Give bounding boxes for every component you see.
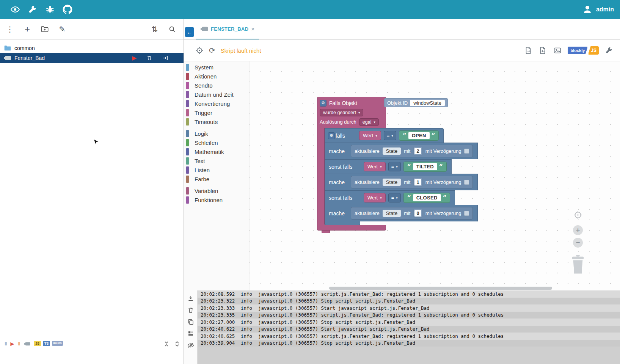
expand-panel-icon[interactable]: [174, 340, 181, 347]
toolbox-category-datum-und-zeit[interactable]: Datum und Zeit: [184, 90, 249, 99]
log-columns-icon[interactable]: [187, 330, 194, 337]
operator-dropdown[interactable]: =▾: [388, 193, 401, 202]
tab-fenster-bad[interactable]: FENSTER_BAD ×: [196, 19, 259, 39]
blockly-workspace[interactable]: SystemAktionenSendtoDatum und ZeitKonver…: [184, 61, 620, 290]
filter-paused-icon[interactable]: ‖: [5, 340, 7, 347]
blockly-do-row[interactable]: macheaktualisiereStatemit1mit Verzögerun…: [325, 174, 478, 190]
github-icon[interactable]: [63, 5, 72, 14]
copy-log-icon[interactable]: [187, 318, 194, 325]
filter-ts-badge[interactable]: TS: [43, 341, 50, 346]
search-icon[interactable]: [168, 25, 176, 33]
string-field[interactable]: TILTED: [413, 163, 437, 170]
zoom-out-button[interactable]: −: [573, 238, 583, 248]
trigger-block-falls-objekt[interactable]: ⚙ Falls Objekt wurde geändert ▾ Auslösun…: [317, 97, 386, 128]
toolbox-category-system[interactable]: System: [184, 63, 249, 72]
zoom-reset-icon[interactable]: [573, 210, 583, 220]
number-field[interactable]: 2: [414, 148, 421, 154]
folder-item-common[interactable]: common: [0, 43, 184, 53]
state-id-field[interactable]: State: [383, 147, 401, 155]
string-block[interactable]: “TILTED”: [403, 162, 447, 172]
toolbox-category-logik[interactable]: Logik: [184, 129, 249, 138]
toolbox-category-konvertierung[interactable]: Konvertierung: [184, 99, 249, 108]
blockly-if-row[interactable]: sonst fallsWert▾=▾“TILTED”: [325, 159, 452, 174]
import-blocks-icon[interactable]: [539, 46, 547, 55]
mutator-gear-icon[interactable]: ⚙: [328, 132, 335, 139]
script-item-fenster-bad[interactable]: Fenster_Bad ▶: [0, 53, 184, 63]
trigger-by-dropdown[interactable]: egal ▾: [359, 118, 379, 126]
filter-problem-icon[interactable]: ‖: [17, 340, 20, 347]
tab-close-icon[interactable]: ×: [251, 26, 254, 32]
value-dropdown-block[interactable]: Wert▾: [359, 131, 381, 140]
export-script-icon[interactable]: [162, 55, 168, 61]
download-log-icon[interactable]: [187, 295, 194, 302]
toolbox-category-farbe[interactable]: Farbe: [184, 174, 249, 184]
toolbox-category-text[interactable]: Text: [184, 156, 249, 165]
toolbox-category-aktionen[interactable]: Aktionen: [184, 72, 249, 81]
string-field[interactable]: CLOSED: [413, 194, 441, 201]
number-shadow-block[interactable]: 0: [413, 209, 422, 218]
changed-dropdown[interactable]: wurde geändert ▾: [320, 109, 363, 116]
number-field[interactable]: 1: [414, 179, 421, 185]
menu-kebab-icon[interactable]: ⋮: [6, 25, 14, 33]
restart-script-icon[interactable]: ⟳: [209, 46, 215, 55]
objekt-id-field[interactable]: windowState: [410, 100, 445, 106]
horizontal-scrollbar[interactable]: [329, 287, 552, 290]
operator-dropdown[interactable]: =▾: [384, 131, 396, 140]
mutator-gear-icon[interactable]: ⚙: [320, 100, 326, 107]
if-else-block[interactable]: ⚙fallsWert▾=▾“OPEN”macheaktualisiereStat…: [325, 128, 478, 225]
block-cluster[interactable]: ⚙ Falls Objekt wurde geändert ▾ Auslösun…: [317, 97, 478, 233]
blockly-js-toggle[interactable]: blockly JS: [568, 46, 599, 55]
wrench-icon[interactable]: [28, 5, 38, 14]
run-script-icon[interactable]: ▶: [132, 55, 137, 61]
objekt-id-block[interactable]: Objekt ID windowState: [384, 98, 448, 107]
toolbox-category-trigger[interactable]: Trigger: [184, 108, 249, 117]
blockly-if-row[interactable]: ⚙fallsWert▾=▾“OPEN”: [325, 128, 444, 143]
update-state-block[interactable]: aktualisiereStatemit0mit Verzögerung: [351, 207, 473, 220]
locate-block-icon[interactable]: [195, 46, 204, 55]
filter-running-icon[interactable]: ▶: [10, 340, 14, 347]
export-image-icon[interactable]: [553, 46, 562, 55]
string-block[interactable]: “OPEN”: [399, 130, 439, 141]
delay-checkbox[interactable]: [464, 180, 469, 185]
back-button[interactable]: ←: [185, 27, 194, 37]
add-script-icon[interactable]: +: [23, 25, 31, 33]
bug-icon[interactable]: [45, 5, 55, 14]
toolbox-category-funktionen[interactable]: Funktionen: [184, 195, 249, 204]
add-folder-icon[interactable]: [41, 25, 49, 33]
value-dropdown-block[interactable]: Wert▾: [364, 193, 386, 202]
toolbox-category-variablen[interactable]: Variablen: [184, 186, 249, 195]
number-shadow-block[interactable]: 2: [413, 147, 422, 155]
operator-dropdown[interactable]: =▾: [388, 162, 401, 171]
filter-js-badge[interactable]: JS: [34, 341, 41, 346]
state-id-field[interactable]: State: [383, 210, 401, 217]
blockly-do-row[interactable]: macheaktualisiereStatemit0mit Verzögerun…: [325, 205, 478, 221]
visibility-icon[interactable]: [10, 5, 20, 14]
zoom-in-button[interactable]: +: [573, 225, 583, 235]
toolbox-category-listen[interactable]: Listen: [184, 165, 249, 174]
update-state-block[interactable]: aktualisiereStatemit2mit Verzögerung: [351, 145, 473, 157]
update-state-block[interactable]: aktualisiereStatemit1mit Verzögerung: [351, 176, 473, 188]
toolbox-category-mathematik[interactable]: Mathematik: [184, 147, 249, 156]
filter-rules-badge[interactable]: RULES: [52, 341, 63, 346]
toolbox-category-timeouts[interactable]: Timeouts: [184, 117, 249, 126]
hide-log-icon[interactable]: [187, 342, 194, 349]
filter-blockly-icon[interactable]: [24, 342, 30, 346]
workspace-trash-icon[interactable]: [571, 255, 585, 275]
value-dropdown-block[interactable]: Wert▾: [364, 162, 386, 171]
delete-script-icon[interactable]: [146, 55, 152, 61]
settings-wrench-icon[interactable]: [605, 46, 613, 55]
clear-log-icon[interactable]: [187, 307, 194, 314]
delay-checkbox[interactable]: [464, 211, 469, 216]
string-block[interactable]: “CLOSED”: [403, 193, 450, 203]
toolbox-category-sendto[interactable]: Sendto: [184, 81, 249, 90]
blockly-if-row[interactable]: sonst fallsWert▾=▾“CLOSED”: [325, 190, 455, 205]
number-shadow-block[interactable]: 1: [413, 178, 422, 187]
string-field[interactable]: OPEN: [408, 132, 430, 139]
edit-pencil-icon[interactable]: ✎: [58, 25, 66, 33]
blockly-do-row[interactable]: macheaktualisiereStatemit2mit Verzögerun…: [325, 143, 478, 159]
toolbox-category-schleifen[interactable]: Schleifen: [184, 138, 249, 147]
export-blocks-icon[interactable]: [524, 46, 533, 55]
sort-icon[interactable]: ⇅: [151, 25, 159, 33]
state-id-field[interactable]: State: [383, 179, 401, 186]
number-field[interactable]: 0: [414, 210, 421, 217]
